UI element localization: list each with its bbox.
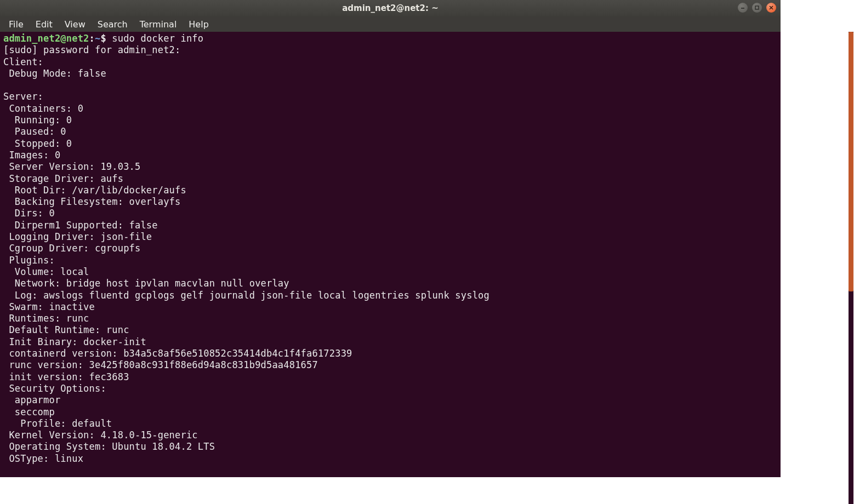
output-line: Cgroup Driver: cgroupfs bbox=[3, 243, 140, 254]
output-line: OSType: linux bbox=[3, 453, 83, 464]
output-line: Logging Driver: json-file bbox=[3, 231, 152, 242]
output-line: runc version: 3e425f80a8c931f88e6d94a8c8… bbox=[3, 359, 318, 370]
output-line: seccomp bbox=[3, 406, 55, 417]
output-line: Server: bbox=[3, 91, 43, 102]
output-line: Kernel Version: 4.18.0-15-generic bbox=[3, 429, 198, 440]
menubar: File Edit View Search Terminal Help bbox=[0, 16, 781, 32]
output-line: Plugins: bbox=[3, 255, 55, 266]
menu-edit[interactable]: Edit bbox=[30, 18, 58, 31]
titlebar[interactable]: admin_net2@net2: ~ bbox=[0, 0, 781, 16]
menu-terminal[interactable]: Terminal bbox=[134, 18, 183, 31]
output-line: [sudo] password for admin_net2: bbox=[3, 44, 180, 55]
output-line: init version: fec3683 bbox=[3, 371, 129, 382]
svg-rect-1 bbox=[755, 6, 759, 9]
prompt-command: sudo docker info bbox=[106, 33, 203, 44]
maximize-icon bbox=[754, 5, 760, 10]
menu-file[interactable]: File bbox=[3, 18, 29, 31]
terminal-window: admin_net2@net2: ~ File Edit View Search… bbox=[0, 0, 781, 477]
menu-help[interactable]: Help bbox=[183, 18, 214, 31]
prompt-separator: : bbox=[89, 33, 95, 44]
output-line: Dirperm1 Supported: false bbox=[3, 220, 158, 231]
output-line: Root Dir: /var/lib/docker/aufs bbox=[3, 185, 186, 196]
output-line: Running: 0 bbox=[3, 114, 72, 125]
output-line: Runtimes: runc bbox=[3, 313, 89, 324]
output-line: Profile: default bbox=[3, 418, 112, 429]
output-line: Swarm: inactive bbox=[3, 301, 95, 312]
minimize-icon bbox=[740, 5, 745, 10]
output-line: apparmor bbox=[3, 394, 60, 405]
window-title: admin_net2@net2: ~ bbox=[342, 3, 439, 13]
output-line: Security Options: bbox=[3, 383, 106, 394]
output-line: Default Runtime: runc bbox=[3, 324, 129, 335]
maximize-button[interactable] bbox=[752, 3, 762, 13]
prompt-dollar: $ bbox=[100, 33, 106, 44]
output-line: Debug Mode: false bbox=[3, 68, 106, 79]
output-line: Containers: 0 bbox=[3, 103, 83, 114]
output-line: Images: 0 bbox=[3, 150, 60, 161]
close-icon bbox=[768, 5, 774, 10]
scrollbar-track bbox=[849, 32, 853, 504]
scrollbar[interactable] bbox=[849, 32, 853, 504]
output-line: Server Version: 19.03.5 bbox=[3, 161, 140, 172]
output-line: Init Binary: docker-init bbox=[3, 336, 146, 347]
prompt-path: ~ bbox=[95, 33, 100, 44]
scrollbar-thumb[interactable] bbox=[849, 32, 853, 291]
output-line: Log: awslogs fluentd gcplogs gelf journa… bbox=[3, 290, 489, 301]
output-line: Storage Driver: aufs bbox=[3, 173, 123, 184]
menu-search[interactable]: Search bbox=[92, 18, 133, 31]
minimize-button[interactable] bbox=[738, 3, 748, 13]
prompt-userhost: admin_net2@net2 bbox=[3, 33, 89, 44]
output-line: Dirs: 0 bbox=[3, 208, 55, 219]
terminal-output[interactable]: admin_net2@net2:~$ sudo docker info [sud… bbox=[0, 32, 781, 477]
output-line: Stopped: 0 bbox=[3, 138, 72, 149]
window-controls bbox=[738, 3, 776, 13]
output-line: Network: bridge host ipvlan macvlan null… bbox=[3, 278, 289, 289]
output-line: Paused: 0 bbox=[3, 126, 66, 137]
output-line: Backing Filesystem: overlayfs bbox=[3, 196, 180, 207]
close-button[interactable] bbox=[766, 3, 776, 13]
output-line: Volume: local bbox=[3, 266, 89, 277]
output-line: Client: bbox=[3, 56, 43, 67]
output-line: Operating System: Ubuntu 18.04.2 LTS bbox=[3, 441, 215, 452]
menu-view[interactable]: View bbox=[59, 18, 91, 31]
output-line: containerd version: b34a5c8af56e510852c3… bbox=[3, 348, 352, 359]
